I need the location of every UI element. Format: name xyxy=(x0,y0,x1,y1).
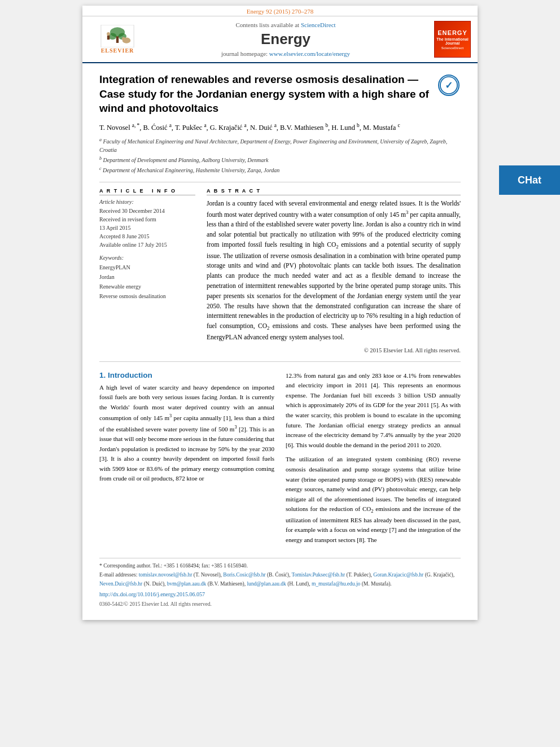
body-two-col: 1. Introduction A high level of water sc… xyxy=(99,371,461,550)
mustafa-id: (M. Mustafa). xyxy=(362,581,392,587)
email-puksec[interactable]: Tomislav.Puksec@fsb.hr xyxy=(292,572,345,578)
intro-para-3: The utilization of an integrated system … xyxy=(286,455,461,545)
received-date: Received 30 December 2014 xyxy=(99,207,195,215)
article-info-abstract: A R T I C L E I N F O Article history: R… xyxy=(99,188,461,353)
keywords-label: Keywords: xyxy=(99,255,195,261)
krajacic-id: (G. Krajačić), xyxy=(425,572,454,578)
svg-point-5 xyxy=(107,32,110,36)
keyword-2: Jordan xyxy=(99,272,195,282)
mathiesen-id: (B.V. Mathiesen), xyxy=(208,581,247,587)
affiliation-c: c Department of Mechanical Engineering, … xyxy=(99,165,461,174)
intro-para-2: 12.3% from natural gas and only 283 ktoe… xyxy=(286,371,461,451)
keyword-1: EnergyPLAN xyxy=(99,263,195,272)
revised-label: Received in revised form xyxy=(99,215,195,224)
affiliation-b: b Department of Development and Planning… xyxy=(99,155,461,164)
affiliations: a Faculty of Mechanical Engineering and … xyxy=(99,137,461,175)
energy-badge-area: ENERGY The International Journal Science… xyxy=(426,21,471,58)
intro-heading: 1. Introduction xyxy=(99,371,274,379)
article-title: Integration of renewables and reverse os… xyxy=(99,72,431,116)
svg-point-8 xyxy=(122,37,125,41)
article-info-col: A R T I C L E I N F O Article history: R… xyxy=(99,188,195,353)
body-col-right: 12.3% from natural gas and only 283 ktoe… xyxy=(286,371,461,550)
crossmark-icon: ✓ xyxy=(438,75,460,96)
doi-link[interactable]: http://dx.doi.org/10.1016/j.energy.2015.… xyxy=(99,590,461,599)
journal-title: Energy xyxy=(146,30,426,48)
email-mathiesen[interactable]: bvm@plan.aau.dk xyxy=(167,581,206,587)
homepage-link[interactable]: www.elsevier.com/locate/energy xyxy=(269,50,350,57)
lund-id: (H. Lund), xyxy=(287,581,312,587)
affiliation-a: a Faculty of Mechanical Engineering and … xyxy=(99,137,461,154)
svg-rect-4 xyxy=(116,36,119,43)
cosic-id: (B. Ćosić), xyxy=(267,572,292,578)
divider-1 xyxy=(99,182,461,182)
online-date: Available online 17 July 2015 xyxy=(99,241,195,249)
journal-header: ELSEVIER Contents lists available at Sci… xyxy=(82,16,478,63)
article-info-heading: A R T I C L E I N F O xyxy=(99,188,195,195)
main-content: Integration of renewables and reverse os… xyxy=(82,63,478,620)
top-bar: Energy 92 (2015) 270–278 xyxy=(82,6,478,16)
intro-para-1: A high level of water scarcity and heavy… xyxy=(99,383,274,484)
puksec-id: (T. Pukšec), xyxy=(347,572,374,578)
elsevier-logo: ELSEVIER xyxy=(89,25,146,54)
energy-badge-title: ENERGY xyxy=(438,29,467,36)
journal-center: Contents lists available at ScienceDirec… xyxy=(146,21,426,57)
novosel-id: (T. Novosel), xyxy=(194,572,224,578)
email-lund[interactable]: lund@plan.aau.dk xyxy=(247,581,286,587)
svg-rect-6 xyxy=(107,36,110,40)
email-line: E-mail addresses: tomislav.novosel@fsb.h… xyxy=(99,571,461,579)
keyword-4: Reverse osmosis desalination xyxy=(99,291,195,301)
email-novosel[interactable]: tomislav.novosel@fsb.hr xyxy=(139,572,193,578)
page: Energy 92 (2015) 270–278 xyxy=(82,6,478,620)
energy-badge-subtitle: The International Journal xyxy=(435,37,470,45)
article-history-label: Article history: xyxy=(99,199,195,205)
keyword-list: EnergyPLAN Jordan Renewable energy Rever… xyxy=(99,263,195,301)
homepage-line: journal homepage: www.elsevier.com/locat… xyxy=(146,50,426,57)
crossmark-badge: ✓ xyxy=(438,75,461,97)
contents-line: Contents lists available at ScienceDirec… xyxy=(146,21,426,28)
issn-line: 0360-5442/© 2015 Elsevier Ltd. All right… xyxy=(99,600,461,608)
email-duic[interactable]: Neven.Duic@fsb.hr xyxy=(99,581,142,587)
article-title-section: Integration of renewables and reverse os… xyxy=(99,72,461,116)
email-label: E-mail addresses: xyxy=(99,572,139,578)
elsevier-tree-icon xyxy=(100,25,134,47)
email-krajacic[interactable]: Goran.Krajacic@fsb.hr xyxy=(373,572,423,578)
authors: T. Novosel a, *, B. Ćosić a, T. Pukšec a… xyxy=(99,121,461,133)
revised-date: 13 April 2015 xyxy=(99,224,195,232)
corresponding-author: * Corresponding author. Tel.: +385 1 616… xyxy=(99,562,461,570)
chat-button[interactable]: CHat xyxy=(499,165,560,195)
keywords-block: Keywords: EnergyPLAN Jordan Renewable en… xyxy=(99,255,195,301)
svg-text:✓: ✓ xyxy=(445,80,453,91)
body-col-left: 1. Introduction A high level of water sc… xyxy=(99,371,274,550)
footnotes: * Corresponding author. Tel.: +385 1 616… xyxy=(99,558,461,609)
elsevier-text: ELSEVIER xyxy=(101,47,134,54)
duic-id: (N. Duić), xyxy=(144,581,167,587)
keyword-3: Renewable energy xyxy=(99,282,195,291)
abstract-col: A B S T R A C T Jordan is a country face… xyxy=(207,188,461,353)
body-section: 1. Introduction A high level of water sc… xyxy=(99,371,461,550)
email-mustafa[interactable]: m_mustafa@hu.edu.jo xyxy=(312,581,360,587)
email-cosic[interactable]: Boris.Cosic@fsb.hr xyxy=(223,572,265,578)
accepted-date: Accepted 8 June 2015 xyxy=(99,232,195,241)
divider-2 xyxy=(99,361,461,362)
copyright: © 2015 Elsevier Ltd. All rights reserved… xyxy=(207,347,461,353)
article-history: Article history: Received 30 December 20… xyxy=(99,199,195,249)
email-line-2: Neven.Duic@fsb.hr (N. Duić), bvm@plan.aa… xyxy=(99,580,461,588)
abstract-text: Jordan is a country faced with several e… xyxy=(207,199,461,343)
elsevier-logo-area: ELSEVIER xyxy=(89,25,146,54)
abstract-heading: A B S T R A C T xyxy=(207,188,461,195)
energy-badge: ENERGY The International Journal Science… xyxy=(434,21,471,58)
science-direct-link[interactable]: ScienceDirect xyxy=(301,21,336,28)
energy-badge-detail: ScienceDirect xyxy=(441,46,464,50)
journal-citation: Energy 92 (2015) 270–278 xyxy=(247,8,314,15)
